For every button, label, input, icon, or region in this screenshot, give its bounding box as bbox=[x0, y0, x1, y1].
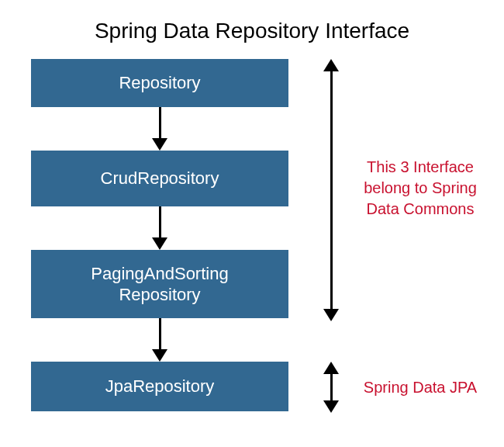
arrow-down-icon bbox=[31, 206, 288, 250]
box-crud-repository-label: CrudRepository bbox=[101, 168, 219, 189]
annotation-commons-line2: belong to Spring bbox=[350, 178, 490, 199]
hierarchy-column: Repository CrudRepository PagingAndSorti… bbox=[31, 59, 288, 411]
annotation-commons-line1: This 3 Interface bbox=[350, 157, 490, 178]
box-repository: Repository bbox=[31, 59, 288, 107]
annotation-jpa: Spring Data JPA bbox=[350, 377, 490, 398]
diagram-content: Repository CrudRepository PagingAndSorti… bbox=[0, 59, 504, 411]
annotation-commons-line3: Data Commons bbox=[350, 199, 490, 220]
arrow-down-icon bbox=[31, 318, 288, 362]
bracket-jpa-icon bbox=[322, 362, 340, 413]
arrow-down-icon bbox=[31, 107, 288, 151]
diagram-title: Spring Data Repository Interface bbox=[0, 0, 504, 59]
box-jpa-repository-label: JpaRepository bbox=[105, 376, 215, 397]
bracket-commons-icon bbox=[322, 59, 340, 321]
box-paging-sorting-repository: PagingAndSorting Repository bbox=[31, 250, 288, 318]
box-crud-repository: CrudRepository bbox=[31, 151, 288, 206]
annotation-jpa-text: Spring Data JPA bbox=[364, 379, 477, 396]
box-repository-label: Repository bbox=[119, 72, 200, 94]
annotation-commons: This 3 Interface belong to Spring Data C… bbox=[350, 157, 490, 220]
box-paging-sorting-repository-label-line1: PagingAndSorting bbox=[91, 263, 228, 285]
box-jpa-repository: JpaRepository bbox=[31, 362, 288, 411]
box-paging-sorting-repository-label-line2: Repository bbox=[119, 284, 200, 306]
